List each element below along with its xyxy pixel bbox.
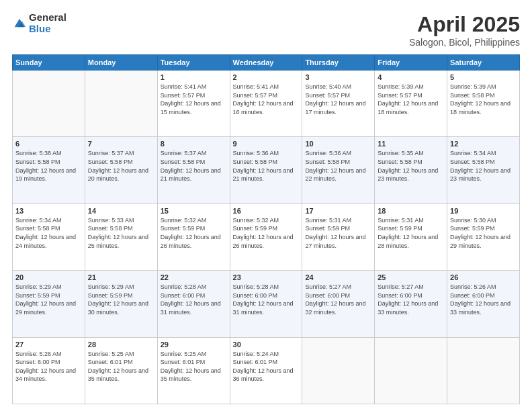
day-info: Sunrise: 5:30 AMSunset: 5:59 PMDaylight:… — [450, 216, 517, 250]
day-info: Sunrise: 5:29 AMSunset: 5:59 PMDaylight:… — [15, 283, 82, 316]
day-number: 15 — [161, 207, 227, 215]
day-number: 14 — [88, 207, 154, 215]
day-info: Sunrise: 5:35 AMSunset: 5:58 PMDaylight:… — [378, 149, 444, 183]
day-info: Sunrise: 5:26 AMSunset: 6:00 PMDaylight:… — [15, 350, 82, 383]
calendar-cell — [375, 337, 447, 404]
calendar-cell: 13Sunrise: 5:34 AMSunset: 5:58 PMDayligh… — [13, 203, 85, 270]
day-number: 18 — [378, 207, 444, 215]
header: General Blue April 2025 Salogon, Bicol, … — [12, 12, 520, 48]
day-info: Sunrise: 5:41 AMSunset: 5:57 PMDaylight:… — [161, 83, 227, 116]
weekday-header-saturday: Saturday — [447, 55, 520, 71]
calendar: SundayMondayTuesdayWednesdayThursdayFrid… — [12, 54, 520, 404]
day-info: Sunrise: 5:37 AMSunset: 5:58 PMDaylight:… — [161, 149, 227, 183]
day-number: 16 — [233, 207, 300, 215]
day-number: 24 — [305, 273, 371, 281]
calendar-cell: 7Sunrise: 5:37 AMSunset: 5:58 PMDaylight… — [85, 137, 157, 203]
weekday-row: SundayMondayTuesdayWednesdayThursdayFrid… — [13, 55, 520, 71]
calendar-cell: 26Sunrise: 5:26 AMSunset: 6:00 PMDayligh… — [447, 271, 520, 337]
calendar-cell: 15Sunrise: 5:32 AMSunset: 5:59 PMDayligh… — [157, 203, 230, 270]
weekday-header-monday: Monday — [85, 55, 157, 71]
day-number: 1 — [161, 73, 227, 81]
calendar-cell: 18Sunrise: 5:31 AMSunset: 5:59 PMDayligh… — [375, 203, 447, 270]
day-info: Sunrise: 5:31 AMSunset: 5:59 PMDaylight:… — [378, 216, 444, 250]
calendar-cell: 30Sunrise: 5:24 AMSunset: 6:01 PMDayligh… — [230, 337, 302, 404]
calendar-cell: 17Sunrise: 5:31 AMSunset: 5:59 PMDayligh… — [302, 203, 375, 270]
calendar-cell: 27Sunrise: 5:26 AMSunset: 6:00 PMDayligh… — [13, 337, 85, 404]
calendar-cell: 21Sunrise: 5:29 AMSunset: 5:59 PMDayligh… — [85, 271, 157, 337]
calendar-week-2: 6Sunrise: 5:38 AMSunset: 5:58 PMDaylight… — [13, 137, 520, 203]
day-number: 17 — [305, 207, 371, 215]
day-number: 23 — [233, 273, 300, 281]
day-info: Sunrise: 5:41 AMSunset: 5:57 PMDaylight:… — [233, 83, 300, 116]
day-number: 29 — [161, 340, 227, 349]
day-info: Sunrise: 5:25 AMSunset: 6:01 PMDaylight:… — [88, 350, 154, 383]
title-location: Salogon, Bicol, Philippines — [409, 37, 520, 48]
day-number: 28 — [88, 340, 154, 349]
day-number: 13 — [15, 207, 82, 215]
day-info: Sunrise: 5:25 AMSunset: 6:01 PMDaylight:… — [161, 350, 227, 383]
weekday-header-sunday: Sunday — [13, 55, 85, 71]
calendar-week-3: 13Sunrise: 5:34 AMSunset: 5:58 PMDayligh… — [13, 203, 520, 270]
day-number: 9 — [233, 140, 300, 148]
day-info: Sunrise: 5:28 AMSunset: 6:00 PMDaylight:… — [161, 283, 227, 316]
day-info: Sunrise: 5:34 AMSunset: 5:58 PMDaylight:… — [450, 149, 517, 183]
day-number: 12 — [450, 140, 517, 148]
calendar-cell: 14Sunrise: 5:33 AMSunset: 5:58 PMDayligh… — [85, 203, 157, 270]
day-number: 5 — [450, 73, 517, 81]
calendar-cell — [447, 337, 520, 404]
calendar-cell: 20Sunrise: 5:29 AMSunset: 5:59 PMDayligh… — [13, 271, 85, 337]
logo-icon — [12, 16, 27, 31]
day-number: 25 — [378, 273, 444, 281]
day-number: 6 — [15, 140, 82, 148]
weekday-header-friday: Friday — [375, 55, 447, 71]
day-number: 11 — [378, 140, 444, 148]
day-info: Sunrise: 5:24 AMSunset: 6:01 PMDaylight:… — [233, 350, 300, 383]
day-info: Sunrise: 5:34 AMSunset: 5:58 PMDaylight:… — [15, 216, 82, 250]
calendar-cell: 24Sunrise: 5:27 AMSunset: 6:00 PMDayligh… — [302, 271, 375, 337]
day-info: Sunrise: 5:36 AMSunset: 5:58 PMDaylight:… — [305, 149, 371, 183]
calendar-cell — [13, 71, 85, 137]
day-info: Sunrise: 5:37 AMSunset: 5:58 PMDaylight:… — [88, 149, 154, 183]
day-info: Sunrise: 5:32 AMSunset: 5:59 PMDaylight:… — [233, 216, 300, 250]
calendar-cell: 10Sunrise: 5:36 AMSunset: 5:58 PMDayligh… — [302, 137, 375, 203]
calendar-cell: 4Sunrise: 5:39 AMSunset: 5:57 PMDaylight… — [375, 71, 447, 137]
calendar-cell: 1Sunrise: 5:41 AMSunset: 5:57 PMDaylight… — [157, 71, 230, 137]
day-number: 22 — [161, 273, 227, 281]
day-number: 27 — [15, 340, 82, 349]
calendar-cell: 23Sunrise: 5:28 AMSunset: 6:00 PMDayligh… — [230, 271, 302, 337]
calendar-cell — [302, 337, 375, 404]
title-month: April 2025 — [409, 12, 520, 37]
calendar-cell: 3Sunrise: 5:40 AMSunset: 5:57 PMDaylight… — [302, 71, 375, 137]
calendar-cell: 2Sunrise: 5:41 AMSunset: 5:57 PMDaylight… — [230, 71, 302, 137]
calendar-week-5: 27Sunrise: 5:26 AMSunset: 6:00 PMDayligh… — [13, 337, 520, 404]
day-info: Sunrise: 5:27 AMSunset: 6:00 PMDaylight:… — [378, 283, 444, 316]
day-info: Sunrise: 5:28 AMSunset: 6:00 PMDaylight:… — [233, 283, 300, 316]
calendar-cell: 9Sunrise: 5:36 AMSunset: 5:58 PMDaylight… — [230, 137, 302, 203]
day-number: 19 — [450, 207, 517, 215]
day-info: Sunrise: 5:26 AMSunset: 6:00 PMDaylight:… — [450, 283, 517, 316]
day-number: 21 — [88, 273, 154, 281]
day-info: Sunrise: 5:33 AMSunset: 5:58 PMDaylight:… — [88, 216, 154, 250]
calendar-cell: 19Sunrise: 5:30 AMSunset: 5:59 PMDayligh… — [447, 203, 520, 270]
calendar-cell: 11Sunrise: 5:35 AMSunset: 5:58 PMDayligh… — [375, 137, 447, 203]
day-number: 7 — [88, 140, 154, 148]
day-number: 10 — [305, 140, 371, 148]
calendar-cell: 12Sunrise: 5:34 AMSunset: 5:58 PMDayligh… — [447, 137, 520, 203]
day-info: Sunrise: 5:31 AMSunset: 5:59 PMDaylight:… — [305, 216, 371, 250]
day-info: Sunrise: 5:38 AMSunset: 5:58 PMDaylight:… — [15, 149, 82, 183]
calendar-cell: 5Sunrise: 5:39 AMSunset: 5:58 PMDaylight… — [447, 71, 520, 137]
day-info: Sunrise: 5:39 AMSunset: 5:57 PMDaylight:… — [378, 83, 444, 116]
weekday-header-wednesday: Wednesday — [230, 55, 302, 71]
calendar-header: SundayMondayTuesdayWednesdayThursdayFrid… — [13, 55, 520, 71]
calendar-cell: 28Sunrise: 5:25 AMSunset: 6:01 PMDayligh… — [85, 337, 157, 404]
calendar-week-4: 20Sunrise: 5:29 AMSunset: 5:59 PMDayligh… — [13, 271, 520, 337]
day-info: Sunrise: 5:36 AMSunset: 5:58 PMDaylight:… — [233, 149, 300, 183]
weekday-header-tuesday: Tuesday — [157, 55, 230, 71]
logo-blue-text: Blue — [29, 24, 66, 35]
page: General Blue April 2025 Salogon, Bicol, … — [0, 0, 532, 411]
calendar-cell: 25Sunrise: 5:27 AMSunset: 6:00 PMDayligh… — [375, 271, 447, 337]
day-number: 3 — [305, 73, 371, 81]
day-info: Sunrise: 5:39 AMSunset: 5:58 PMDaylight:… — [450, 83, 517, 116]
calendar-cell: 8Sunrise: 5:37 AMSunset: 5:58 PMDaylight… — [157, 137, 230, 203]
calendar-body: 1Sunrise: 5:41 AMSunset: 5:57 PMDaylight… — [13, 71, 520, 404]
